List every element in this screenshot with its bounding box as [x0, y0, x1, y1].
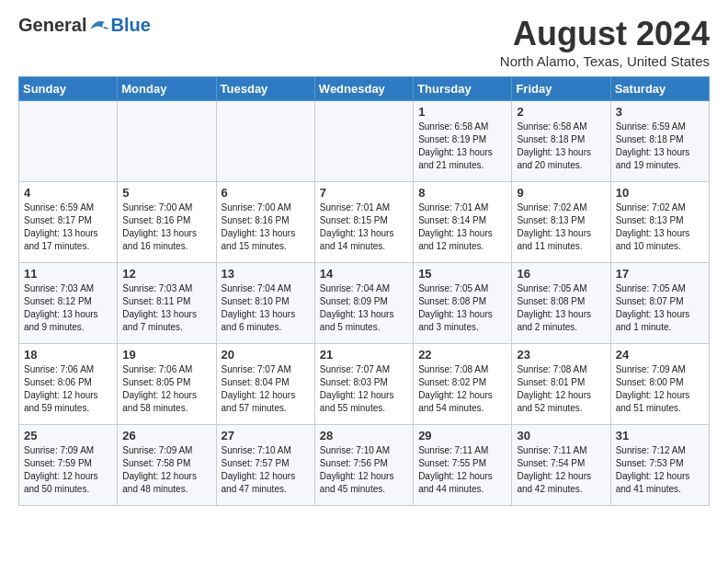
location: North Alamo, Texas, United States — [500, 53, 710, 69]
day-info: Sunrise: 7:11 AM Sunset: 7:54 PM Dayligh… — [517, 444, 605, 496]
day-number: 23 — [517, 348, 605, 362]
day-cell: 16Sunrise: 7:05 AM Sunset: 8:08 PM Dayli… — [512, 263, 610, 344]
day-info: Sunrise: 7:02 AM Sunset: 8:13 PM Dayligh… — [517, 201, 605, 253]
day-info: Sunrise: 7:05 AM Sunset: 8:08 PM Dayligh… — [517, 282, 605, 334]
header: General Blue August 2024 North Alamo, Te… — [18, 15, 710, 69]
day-info: Sunrise: 7:01 AM Sunset: 8:14 PM Dayligh… — [418, 201, 506, 253]
day-cell: 7Sunrise: 7:01 AM Sunset: 8:15 PM Daylig… — [314, 182, 413, 263]
day-number: 13 — [222, 267, 310, 281]
day-info: Sunrise: 6:59 AM Sunset: 8:17 PM Dayligh… — [24, 201, 112, 253]
day-number: 11 — [24, 267, 112, 281]
day-header-wednesday: Wednesday — [314, 77, 413, 101]
day-cell: 24Sunrise: 7:09 AM Sunset: 8:00 PM Dayli… — [610, 344, 709, 425]
day-info: Sunrise: 7:01 AM Sunset: 8:15 PM Dayligh… — [320, 201, 408, 253]
day-number: 1 — [418, 105, 506, 119]
day-cell: 18Sunrise: 7:06 AM Sunset: 8:06 PM Dayli… — [19, 344, 118, 425]
logo-blue-text: Blue — [110, 15, 150, 36]
day-number: 15 — [418, 267, 506, 281]
day-header-monday: Monday — [118, 77, 216, 101]
day-number: 6 — [222, 186, 310, 200]
day-number: 19 — [122, 348, 210, 362]
day-info: Sunrise: 7:08 AM Sunset: 8:01 PM Dayligh… — [517, 363, 605, 415]
day-info: Sunrise: 7:02 AM Sunset: 8:13 PM Dayligh… — [616, 201, 704, 253]
month-title: August 2024 — [500, 15, 710, 53]
day-number: 20 — [222, 348, 310, 362]
day-cell — [19, 101, 118, 182]
logo-general-text: General — [18, 15, 86, 36]
day-header-saturday: Saturday — [610, 77, 709, 101]
day-number: 30 — [517, 429, 605, 442]
day-number: 17 — [616, 267, 704, 281]
day-cell: 10Sunrise: 7:02 AM Sunset: 8:13 PM Dayli… — [610, 182, 709, 263]
day-number: 9 — [517, 186, 605, 200]
day-cell: 14Sunrise: 7:04 AM Sunset: 8:09 PM Dayli… — [314, 263, 413, 344]
day-cell: 26Sunrise: 7:09 AM Sunset: 7:58 PM Dayli… — [118, 425, 216, 506]
day-cell: 6Sunrise: 7:00 AM Sunset: 8:16 PM Daylig… — [216, 182, 314, 263]
day-info: Sunrise: 7:00 AM Sunset: 8:16 PM Dayligh… — [122, 201, 210, 253]
week-row-1: 1Sunrise: 6:58 AM Sunset: 8:19 PM Daylig… — [19, 101, 710, 182]
calendar-table: SundayMondayTuesdayWednesdayThursdayFrid… — [18, 76, 710, 506]
day-info: Sunrise: 7:04 AM Sunset: 8:09 PM Dayligh… — [320, 282, 408, 334]
day-cell — [118, 101, 216, 182]
day-cell: 17Sunrise: 7:05 AM Sunset: 8:07 PM Dayli… — [610, 263, 709, 344]
day-cell — [314, 101, 413, 182]
week-row-3: 11Sunrise: 7:03 AM Sunset: 8:12 PM Dayli… — [19, 263, 710, 344]
day-number: 25 — [24, 429, 112, 442]
day-number: 24 — [616, 348, 704, 362]
week-row-5: 25Sunrise: 7:09 AM Sunset: 7:59 PM Dayli… — [19, 425, 710, 506]
day-number: 10 — [616, 186, 704, 200]
day-cell: 13Sunrise: 7:04 AM Sunset: 8:10 PM Dayli… — [216, 263, 314, 344]
day-info: Sunrise: 6:58 AM Sunset: 8:18 PM Dayligh… — [517, 121, 605, 172]
day-number: 27 — [222, 429, 310, 442]
day-cell — [216, 101, 314, 182]
day-info: Sunrise: 7:09 AM Sunset: 7:59 PM Dayligh… — [24, 444, 112, 496]
day-info: Sunrise: 7:06 AM Sunset: 8:06 PM Dayligh… — [24, 363, 112, 415]
title-area: August 2024 North Alamo, Texas, United S… — [500, 15, 710, 69]
day-cell: 25Sunrise: 7:09 AM Sunset: 7:59 PM Dayli… — [19, 425, 118, 506]
day-number: 18 — [24, 348, 112, 362]
day-info: Sunrise: 7:09 AM Sunset: 8:00 PM Dayligh… — [616, 363, 704, 415]
day-number: 5 — [122, 186, 210, 200]
day-cell: 12Sunrise: 7:03 AM Sunset: 8:11 PM Dayli… — [118, 263, 216, 344]
day-cell: 2Sunrise: 6:58 AM Sunset: 8:18 PM Daylig… — [512, 101, 610, 182]
day-info: Sunrise: 7:06 AM Sunset: 8:05 PM Dayligh… — [122, 363, 210, 415]
day-cell: 22Sunrise: 7:08 AM Sunset: 8:02 PM Dayli… — [414, 344, 512, 425]
day-number: 28 — [320, 429, 408, 442]
days-header-row: SundayMondayTuesdayWednesdayThursdayFrid… — [19, 77, 710, 101]
day-info: Sunrise: 7:08 AM Sunset: 8:02 PM Dayligh… — [418, 363, 506, 415]
day-cell: 9Sunrise: 7:02 AM Sunset: 8:13 PM Daylig… — [512, 182, 610, 263]
day-cell: 20Sunrise: 7:07 AM Sunset: 8:04 PM Dayli… — [216, 344, 314, 425]
day-info: Sunrise: 7:11 AM Sunset: 7:55 PM Dayligh… — [418, 444, 506, 496]
day-info: Sunrise: 7:03 AM Sunset: 8:12 PM Dayligh… — [24, 282, 112, 334]
day-header-friday: Friday — [512, 77, 610, 101]
day-number: 22 — [418, 348, 506, 362]
day-number: 2 — [517, 105, 605, 119]
day-cell: 31Sunrise: 7:12 AM Sunset: 7:53 PM Dayli… — [610, 425, 709, 506]
day-info: Sunrise: 7:05 AM Sunset: 8:08 PM Dayligh… — [418, 282, 506, 334]
day-info: Sunrise: 7:07 AM Sunset: 8:04 PM Dayligh… — [222, 363, 310, 415]
day-cell: 29Sunrise: 7:11 AM Sunset: 7:55 PM Dayli… — [414, 425, 512, 506]
day-cell: 15Sunrise: 7:05 AM Sunset: 8:08 PM Dayli… — [414, 263, 512, 344]
day-number: 26 — [122, 429, 210, 442]
day-number: 8 — [418, 186, 506, 200]
day-cell: 21Sunrise: 7:07 AM Sunset: 8:03 PM Dayli… — [314, 344, 413, 425]
logo: General Blue — [18, 15, 151, 36]
day-info: Sunrise: 6:58 AM Sunset: 8:19 PM Dayligh… — [418, 121, 506, 172]
logo-bird-icon — [88, 17, 110, 35]
day-cell: 28Sunrise: 7:10 AM Sunset: 7:56 PM Dayli… — [314, 425, 413, 506]
day-header-tuesday: Tuesday — [216, 77, 314, 101]
day-info: Sunrise: 7:12 AM Sunset: 7:53 PM Dayligh… — [616, 444, 704, 496]
day-number: 4 — [24, 186, 112, 200]
day-number: 12 — [122, 267, 210, 281]
day-info: Sunrise: 7:03 AM Sunset: 8:11 PM Dayligh… — [122, 282, 210, 334]
day-info: Sunrise: 7:10 AM Sunset: 7:56 PM Dayligh… — [320, 444, 408, 496]
week-row-2: 4Sunrise: 6:59 AM Sunset: 8:17 PM Daylig… — [19, 182, 710, 263]
week-row-4: 18Sunrise: 7:06 AM Sunset: 8:06 PM Dayli… — [19, 344, 710, 425]
day-number: 31 — [616, 429, 704, 442]
day-cell: 11Sunrise: 7:03 AM Sunset: 8:12 PM Dayli… — [19, 263, 118, 344]
day-header-thursday: Thursday — [414, 77, 512, 101]
day-header-sunday: Sunday — [19, 77, 118, 101]
day-cell: 30Sunrise: 7:11 AM Sunset: 7:54 PM Dayli… — [512, 425, 610, 506]
day-cell: 3Sunrise: 6:59 AM Sunset: 8:18 PM Daylig… — [610, 101, 709, 182]
day-number: 16 — [517, 267, 605, 281]
